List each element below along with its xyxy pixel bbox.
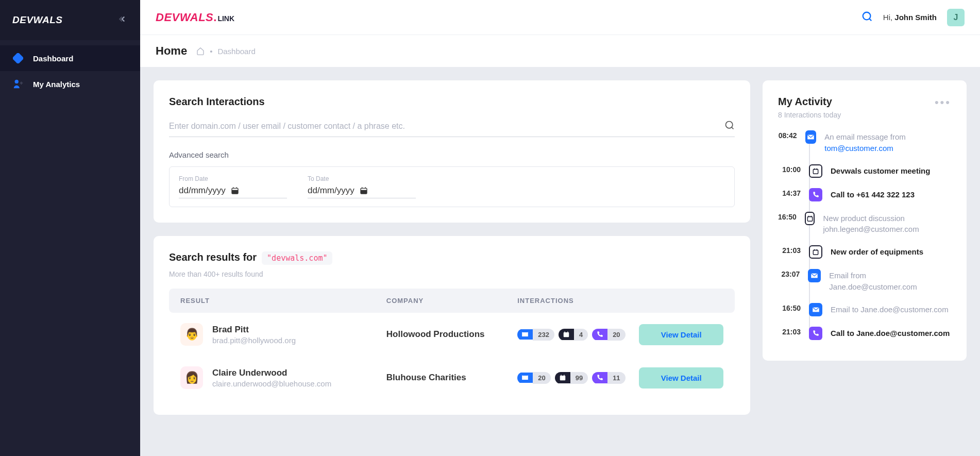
table-row: 👩 Claire Underwood claire.underwood@blue…	[169, 356, 735, 399]
meeting-count: 4	[574, 329, 588, 341]
svg-rect-19	[560, 376, 565, 380]
activity-text: Devwals customer meeting	[831, 164, 930, 178]
activity-item[interactable]: 21:03 Call to Jane.doe@customer.com	[778, 322, 951, 345]
results-query: "devwals.com"	[262, 251, 332, 265]
table-row: 👨 Brad Pitt brad.pitt@hollywood.org Holl…	[169, 313, 735, 356]
meeting-count: 99	[570, 372, 588, 384]
activity-menu-button[interactable]: •••	[935, 96, 951, 109]
search-card-title: Search Interactions	[169, 96, 735, 108]
sidebar-item-label: Dashboard	[33, 54, 73, 63]
to-date-input[interactable]: dd/mm/yyyy	[308, 185, 416, 198]
user-name: John Smith	[894, 13, 937, 22]
brand-dot: .	[213, 11, 216, 24]
email-icon	[517, 373, 533, 383]
svg-line-5	[732, 127, 733, 129]
global-search-button[interactable]	[861, 11, 873, 24]
dashboard-icon	[12, 53, 24, 64]
activity-time: 21:03	[778, 327, 801, 340]
view-detail-button[interactable]: View Detail	[639, 367, 723, 389]
activity-text: Call to Jane.doe@customer.com	[831, 327, 950, 340]
user-menu-button[interactable]: J	[947, 9, 965, 26]
breadcrumb-bar: Home • Dashboard	[140, 35, 980, 67]
activity-time: 08:42	[778, 130, 797, 154]
svg-point-1	[15, 80, 19, 83]
search-icon	[724, 120, 735, 130]
col-result: RESULT	[180, 297, 386, 305]
svg-rect-28	[813, 250, 818, 255]
activity-item[interactable]: 16:50 Email to Jane.doe@customer.com	[778, 298, 951, 322]
advanced-search-label: Advanced search	[169, 150, 735, 159]
results-title: Search results for	[169, 251, 257, 263]
svg-rect-25	[807, 216, 812, 221]
analytics-icon	[12, 78, 24, 90]
person-email: brad.pitt@hollywood.org	[212, 336, 296, 345]
main: DEVWALS.LINK Hi, John Smith J Home • Das…	[140, 0, 980, 456]
calendar-icon	[360, 187, 368, 195]
interaction-badges: 20 99 11	[517, 372, 639, 384]
home-icon	[196, 47, 205, 55]
breadcrumb: • Dashboard	[196, 47, 256, 56]
activity-item[interactable]: 08:42 An email message from tom@customer…	[778, 125, 951, 159]
search-card: Search Interactions Advanced search From…	[154, 80, 750, 223]
sidebar-item-analytics[interactable]: My Analytics	[0, 71, 140, 97]
svg-rect-0	[13, 53, 23, 63]
activity-item[interactable]: 23:07 Email from Jane.doe@customer.com	[778, 264, 951, 298]
avatar: 👨	[180, 323, 203, 346]
sidebar-logo: DEVWALS	[12, 14, 62, 26]
activity-item[interactable]: 21:03 New order of equipments	[778, 240, 951, 264]
activity-item[interactable]: 16:50 New product discussion john.legend…	[778, 207, 951, 241]
brand: DEVWALS.LINK	[156, 11, 234, 24]
calendar-icon	[555, 372, 570, 383]
collapse-sidebar-button[interactable]	[119, 14, 128, 26]
activity-text: Call to +61 442 322 123	[831, 188, 915, 201]
topbar-right: Hi, John Smith J	[861, 9, 965, 26]
avatar: 👩	[180, 366, 203, 389]
activity-text: New order of equipments	[831, 245, 923, 259]
sidebar-item-dashboard[interactable]: Dashboard	[0, 45, 140, 71]
chevron-left-icon	[119, 14, 128, 24]
from-date-input[interactable]: dd/mm/yyyy	[179, 185, 287, 198]
activity-subtitle: 8 Interactions today	[778, 111, 841, 119]
search-icon	[861, 11, 873, 22]
phone-icon	[592, 372, 607, 383]
email-count: 232	[533, 329, 554, 341]
activity-item[interactable]: 10:00 Devwals customer meeting	[778, 159, 951, 183]
search-submit-button[interactable]	[724, 120, 735, 132]
activity-timeline: 08:42 An email message from tom@customer…	[778, 125, 951, 345]
sidebar: DEVWALS Dashboard My Analytics	[0, 0, 140, 456]
call-count: 20	[607, 329, 625, 341]
activity-text: An email message from tom@customer.com	[824, 130, 951, 154]
sidebar-header: DEVWALS	[0, 0, 140, 40]
meeting-icon	[805, 212, 815, 225]
person-name: Brad Pitt	[212, 325, 296, 335]
topbar: DEVWALS.LINK Hi, John Smith J	[140, 0, 980, 35]
svg-point-2	[863, 12, 871, 20]
email-count: 20	[533, 372, 550, 384]
search-input[interactable]	[169, 122, 716, 131]
content: Search Interactions Advanced search From…	[140, 67, 980, 456]
svg-rect-16	[564, 332, 569, 337]
view-detail-button[interactable]: View Detail	[639, 324, 723, 345]
company-name: Bluhouse Charities	[386, 371, 517, 384]
phone-icon	[592, 329, 607, 340]
call-count: 11	[607, 372, 625, 384]
email-icon	[805, 130, 817, 144]
person-email: claire.underwood@bluehouse.com	[212, 379, 331, 388]
results-card: Search results for "devwals.com" More th…	[154, 236, 750, 415]
activity-time: 21:03	[778, 245, 801, 259]
activity-text: Email from Jane.doe@customer.com	[829, 269, 951, 293]
email-icon	[517, 329, 533, 340]
greeting: Hi, John Smith	[883, 13, 937, 22]
interaction-badges: 232 4 20	[517, 329, 639, 341]
to-date-label: To Date	[308, 175, 416, 182]
activity-text: Email to Jane.doe@customer.com	[831, 303, 949, 316]
svg-line-3	[869, 19, 871, 21]
person-name: Claire Underwood	[212, 368, 331, 378]
calendar-icon	[231, 187, 239, 195]
advanced-search-box: From Date dd/mm/yyyy To Date dd/mm/yyyy	[169, 166, 735, 207]
col-interactions: INTERACTIONS	[517, 297, 639, 305]
activity-card: My Activity 8 Interactions today ••• 08:…	[763, 80, 967, 361]
phone-icon	[809, 188, 822, 201]
activity-item[interactable]: 14:37 Call to +61 442 322 123	[778, 183, 951, 207]
breadcrumb-current: Dashboard	[217, 47, 255, 56]
